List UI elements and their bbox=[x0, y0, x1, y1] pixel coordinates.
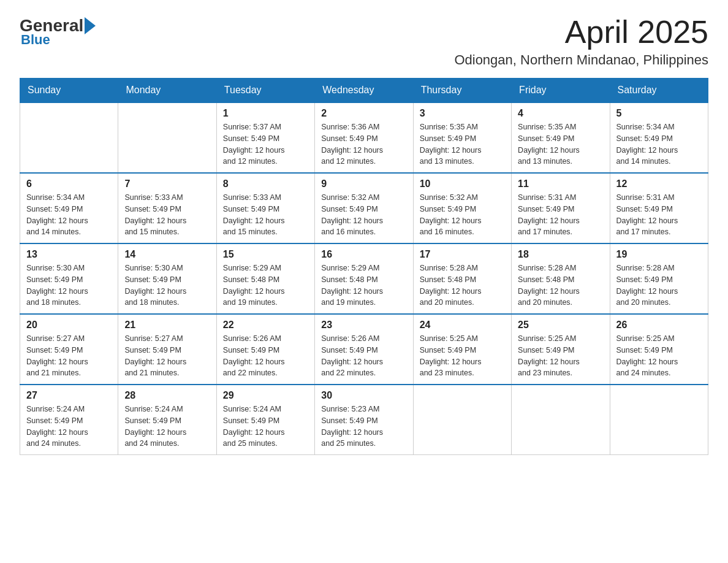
calendar-cell: 20Sunrise: 5:27 AM Sunset: 5:49 PM Dayli… bbox=[20, 314, 118, 385]
day-info: Sunrise: 5:33 AM Sunset: 5:49 PM Dayligh… bbox=[223, 192, 308, 238]
page-header: General Blue April 2025 Odiongan, Northe… bbox=[20, 15, 708, 68]
day-number: 3 bbox=[420, 108, 505, 119]
day-number: 30 bbox=[321, 390, 406, 401]
day-info: Sunrise: 5:24 AM Sunset: 5:49 PM Dayligh… bbox=[26, 404, 112, 450]
week-row-5: 27Sunrise: 5:24 AM Sunset: 5:49 PM Dayli… bbox=[20, 385, 708, 455]
calendar-cell: 25Sunrise: 5:25 AM Sunset: 5:49 PM Dayli… bbox=[512, 314, 610, 385]
calendar-cell: 18Sunrise: 5:28 AM Sunset: 5:48 PM Dayli… bbox=[512, 243, 610, 314]
day-number: 19 bbox=[616, 249, 702, 260]
calendar-cell: 5Sunrise: 5:34 AM Sunset: 5:49 PM Daylig… bbox=[610, 102, 708, 173]
day-info: Sunrise: 5:26 AM Sunset: 5:49 PM Dayligh… bbox=[321, 333, 406, 379]
day-number: 22 bbox=[223, 320, 308, 331]
day-number: 16 bbox=[321, 249, 406, 260]
day-number: 26 bbox=[616, 320, 702, 331]
month-year-title: April 2025 bbox=[454, 15, 708, 50]
day-info: Sunrise: 5:28 AM Sunset: 5:48 PM Dayligh… bbox=[420, 262, 505, 308]
day-info: Sunrise: 5:32 AM Sunset: 5:49 PM Dayligh… bbox=[420, 192, 505, 238]
day-info: Sunrise: 5:35 AM Sunset: 5:49 PM Dayligh… bbox=[420, 121, 505, 167]
day-number: 12 bbox=[616, 178, 702, 190]
calendar-cell bbox=[20, 102, 118, 173]
calendar-cell: 28Sunrise: 5:24 AM Sunset: 5:49 PM Dayli… bbox=[118, 385, 216, 455]
calendar-cell: 27Sunrise: 5:24 AM Sunset: 5:49 PM Dayli… bbox=[20, 385, 118, 455]
day-number: 10 bbox=[420, 178, 505, 190]
day-number: 9 bbox=[321, 178, 406, 190]
calendar-cell: 26Sunrise: 5:25 AM Sunset: 5:49 PM Dayli… bbox=[610, 314, 708, 385]
day-number: 29 bbox=[223, 390, 308, 401]
day-number: 1 bbox=[223, 108, 308, 119]
calendar-cell: 22Sunrise: 5:26 AM Sunset: 5:49 PM Dayli… bbox=[216, 314, 314, 385]
day-number: 23 bbox=[321, 320, 406, 331]
weekday-header-saturday: Saturday bbox=[610, 79, 708, 103]
week-row-2: 6Sunrise: 5:34 AM Sunset: 5:49 PM Daylig… bbox=[20, 173, 708, 243]
day-info: Sunrise: 5:30 AM Sunset: 5:49 PM Dayligh… bbox=[124, 262, 210, 308]
day-number: 14 bbox=[124, 249, 210, 260]
day-info: Sunrise: 5:24 AM Sunset: 5:49 PM Dayligh… bbox=[223, 404, 308, 450]
day-number: 13 bbox=[26, 249, 112, 260]
day-number: 8 bbox=[223, 178, 308, 190]
calendar-cell: 13Sunrise: 5:30 AM Sunset: 5:49 PM Dayli… bbox=[20, 243, 118, 314]
day-number: 11 bbox=[518, 178, 603, 190]
day-info: Sunrise: 5:28 AM Sunset: 5:48 PM Dayligh… bbox=[518, 262, 603, 308]
week-row-3: 13Sunrise: 5:30 AM Sunset: 5:49 PM Dayli… bbox=[20, 243, 708, 314]
day-info: Sunrise: 5:25 AM Sunset: 5:49 PM Dayligh… bbox=[518, 333, 603, 379]
calendar-cell: 10Sunrise: 5:32 AM Sunset: 5:49 PM Dayli… bbox=[413, 173, 511, 243]
day-info: Sunrise: 5:29 AM Sunset: 5:48 PM Dayligh… bbox=[321, 262, 406, 308]
day-info: Sunrise: 5:35 AM Sunset: 5:49 PM Dayligh… bbox=[518, 121, 603, 167]
calendar-cell: 24Sunrise: 5:25 AM Sunset: 5:49 PM Dayli… bbox=[413, 314, 511, 385]
day-number: 21 bbox=[124, 320, 210, 331]
calendar-cell: 12Sunrise: 5:31 AM Sunset: 5:49 PM Dayli… bbox=[610, 173, 708, 243]
logo-arrow-icon bbox=[85, 17, 96, 34]
calendar-cell: 4Sunrise: 5:35 AM Sunset: 5:49 PM Daylig… bbox=[512, 102, 610, 173]
weekday-header-friday: Friday bbox=[512, 79, 610, 103]
day-info: Sunrise: 5:34 AM Sunset: 5:49 PM Dayligh… bbox=[616, 121, 702, 167]
day-info: Sunrise: 5:29 AM Sunset: 5:48 PM Dayligh… bbox=[223, 262, 308, 308]
weekday-header-sunday: Sunday bbox=[20, 79, 118, 103]
day-info: Sunrise: 5:24 AM Sunset: 5:49 PM Dayligh… bbox=[124, 404, 210, 450]
day-number: 20 bbox=[26, 320, 112, 331]
calendar-cell: 21Sunrise: 5:27 AM Sunset: 5:49 PM Dayli… bbox=[118, 314, 216, 385]
day-info: Sunrise: 5:26 AM Sunset: 5:49 PM Dayligh… bbox=[223, 333, 308, 379]
location-subtitle: Odiongan, Northern Mindanao, Philippines bbox=[454, 52, 708, 68]
calendar-cell: 2Sunrise: 5:36 AM Sunset: 5:49 PM Daylig… bbox=[315, 102, 413, 173]
day-number: 27 bbox=[26, 390, 112, 401]
week-row-1: 1Sunrise: 5:37 AM Sunset: 5:49 PM Daylig… bbox=[20, 102, 708, 173]
day-info: Sunrise: 5:31 AM Sunset: 5:49 PM Dayligh… bbox=[518, 192, 603, 238]
week-row-4: 20Sunrise: 5:27 AM Sunset: 5:49 PM Dayli… bbox=[20, 314, 708, 385]
weekday-header-monday: Monday bbox=[118, 79, 216, 103]
calendar-cell bbox=[610, 385, 708, 455]
calendar-cell bbox=[413, 385, 511, 455]
calendar-cell: 17Sunrise: 5:28 AM Sunset: 5:48 PM Dayli… bbox=[413, 243, 511, 314]
calendar-cell: 7Sunrise: 5:33 AM Sunset: 5:49 PM Daylig… bbox=[118, 173, 216, 243]
calendar-cell: 9Sunrise: 5:32 AM Sunset: 5:49 PM Daylig… bbox=[315, 173, 413, 243]
day-info: Sunrise: 5:33 AM Sunset: 5:49 PM Dayligh… bbox=[124, 192, 210, 238]
calendar-cell: 23Sunrise: 5:26 AM Sunset: 5:49 PM Dayli… bbox=[315, 314, 413, 385]
day-number: 7 bbox=[124, 178, 210, 190]
day-number: 28 bbox=[124, 390, 210, 401]
day-number: 24 bbox=[420, 320, 505, 331]
day-number: 6 bbox=[26, 178, 112, 190]
calendar-cell bbox=[118, 102, 216, 173]
day-info: Sunrise: 5:34 AM Sunset: 5:49 PM Dayligh… bbox=[26, 192, 112, 238]
day-number: 25 bbox=[518, 320, 603, 331]
day-info: Sunrise: 5:23 AM Sunset: 5:49 PM Dayligh… bbox=[321, 404, 406, 450]
day-info: Sunrise: 5:28 AM Sunset: 5:49 PM Dayligh… bbox=[616, 262, 702, 308]
calendar-cell: 3Sunrise: 5:35 AM Sunset: 5:49 PM Daylig… bbox=[413, 102, 511, 173]
day-number: 4 bbox=[518, 108, 603, 119]
calendar-cell: 15Sunrise: 5:29 AM Sunset: 5:48 PM Dayli… bbox=[216, 243, 314, 314]
weekday-header-wednesday: Wednesday bbox=[315, 79, 413, 103]
logo: General Blue bbox=[20, 17, 97, 48]
weekday-header-tuesday: Tuesday bbox=[216, 79, 314, 103]
calendar-cell: 11Sunrise: 5:31 AM Sunset: 5:49 PM Dayli… bbox=[512, 173, 610, 243]
day-number: 15 bbox=[223, 249, 308, 260]
day-info: Sunrise: 5:37 AM Sunset: 5:49 PM Dayligh… bbox=[223, 121, 308, 167]
day-info: Sunrise: 5:31 AM Sunset: 5:49 PM Dayligh… bbox=[616, 192, 702, 238]
day-number: 5 bbox=[616, 108, 702, 119]
calendar-cell bbox=[512, 385, 610, 455]
calendar-cell: 8Sunrise: 5:33 AM Sunset: 5:49 PM Daylig… bbox=[216, 173, 314, 243]
weekday-header-row: SundayMondayTuesdayWednesdayThursdayFrid… bbox=[20, 79, 708, 103]
day-info: Sunrise: 5:27 AM Sunset: 5:49 PM Dayligh… bbox=[124, 333, 210, 379]
day-number: 17 bbox=[420, 249, 505, 260]
day-info: Sunrise: 5:25 AM Sunset: 5:49 PM Dayligh… bbox=[616, 333, 702, 379]
calendar-cell: 1Sunrise: 5:37 AM Sunset: 5:49 PM Daylig… bbox=[216, 102, 314, 173]
day-info: Sunrise: 5:27 AM Sunset: 5:49 PM Dayligh… bbox=[26, 333, 112, 379]
